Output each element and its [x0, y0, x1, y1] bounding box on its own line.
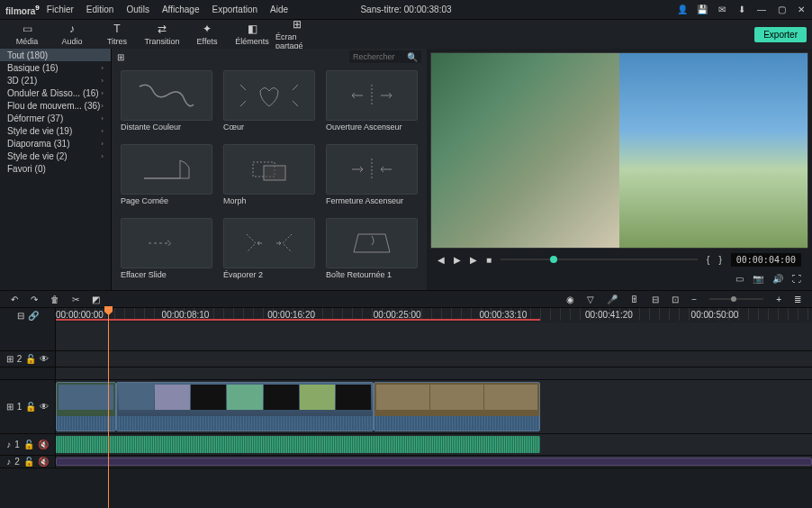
- crop-icon[interactable]: ◩: [92, 295, 100, 304]
- marker-icon[interactable]: ▽: [587, 295, 594, 304]
- menu-edit[interactable]: Edition: [86, 5, 114, 14]
- video-clip[interactable]: [374, 382, 540, 431]
- zoom-out-icon[interactable]: ⊟: [652, 295, 659, 304]
- menu-export[interactable]: Exportation: [212, 5, 257, 14]
- transition-item[interactable]: Page Cornée: [121, 144, 212, 211]
- link-icon[interactable]: 🔗: [28, 311, 39, 321]
- time-ruler[interactable]: 00:00:00:00 00:00:08:10 00:00:16:20 00:0…: [56, 308, 812, 322]
- menu-tools[interactable]: Outils: [126, 5, 149, 14]
- mixer-icon[interactable]: 🎚: [630, 295, 639, 304]
- eye-icon[interactable]: 👁: [40, 402, 49, 412]
- audio-clip[interactable]: [56, 458, 812, 466]
- transition-item[interactable]: Morph: [223, 144, 315, 211]
- quality-icon[interactable]: ▭: [735, 274, 744, 284]
- redo-icon[interactable]: ↷: [31, 295, 38, 304]
- cat-favorite[interactable]: Favori (0): [0, 162, 111, 175]
- undo-icon[interactable]: ↶: [11, 295, 18, 304]
- save-icon[interactable]: 💾: [697, 5, 708, 14]
- audio-clip[interactable]: [56, 436, 540, 453]
- tab-splitscreen[interactable]: ⊞Écran partagé: [275, 21, 319, 48]
- menu-view[interactable]: Affichage: [162, 5, 200, 14]
- audio-icon: ♪: [6, 440, 11, 449]
- tab-media[interactable]: ▭Média: [5, 21, 49, 48]
- preview-viewport[interactable]: [430, 52, 808, 249]
- manage-tracks-icon[interactable]: ≣: [794, 295, 801, 304]
- cat-warp[interactable]: Déformer (37)›: [0, 112, 111, 124]
- lock-icon[interactable]: 🔓: [23, 440, 34, 449]
- close-icon[interactable]: ✕: [796, 5, 807, 14]
- cat-lifestyle2[interactable]: Style de vie (2)›: [0, 150, 111, 162]
- lock-icon[interactable]: 🔓: [25, 354, 36, 364]
- app-logo: filmora9: [5, 4, 40, 16]
- tab-audio[interactable]: ♪Audio: [50, 21, 94, 48]
- snap-icon[interactable]: ⊟: [17, 311, 24, 321]
- render-icon[interactable]: ◉: [566, 295, 574, 304]
- menu-file[interactable]: Fichier: [47, 5, 74, 14]
- transition-item[interactable]: Boîte Retournée 1: [326, 218, 418, 285]
- zoom-fit-icon[interactable]: ⊡: [672, 295, 679, 304]
- mute-icon[interactable]: 🔇: [38, 440, 49, 449]
- message-icon[interactable]: ✉: [717, 5, 727, 14]
- tab-effects[interactable]: ✦Effets: [185, 21, 229, 48]
- delete-icon[interactable]: 🗑: [50, 295, 59, 304]
- cat-all[interactable]: Tout (180): [0, 49, 111, 61]
- playback-slider[interactable]: [501, 259, 698, 260]
- transition-item[interactable]: Ouverture Ascenseur: [326, 70, 418, 137]
- mark-out-icon[interactable]: }: [718, 255, 721, 265]
- cat-lifestyle[interactable]: Style de vie (19)›: [0, 124, 111, 137]
- minimize-icon[interactable]: —: [756, 5, 767, 14]
- track-header[interactable]: ♪ 2 🔓 🔇: [0, 456, 56, 467]
- search-input[interactable]: [353, 52, 407, 61]
- zoom-minus-icon[interactable]: −: [691, 295, 697, 304]
- cat-ripple[interactable]: Onduler & Disso... (16)›: [0, 86, 111, 99]
- title-bar: filmora9 Fichier Edition Outils Affichag…: [0, 0, 812, 20]
- download-icon[interactable]: ⬇: [736, 5, 747, 14]
- transition-item[interactable]: Distante Couleur: [121, 70, 212, 137]
- tab-transition[interactable]: ⇄Transition: [140, 21, 184, 48]
- tab-titles[interactable]: TTitres: [95, 21, 139, 48]
- account-icon[interactable]: 👤: [677, 5, 688, 14]
- timeline: ⊟ 🔗 00:00:00:00 00:00:08:10 00:00:16:20 …: [0, 308, 812, 468]
- cat-3d[interactable]: 3D (21)›: [0, 74, 111, 86]
- record-icon[interactable]: 🎤: [607, 295, 618, 304]
- video-icon: ⊞: [6, 354, 14, 364]
- track-header[interactable]: ♪ 1 🔓 🔇: [0, 434, 56, 455]
- export-button[interactable]: Exporter: [754, 27, 807, 42]
- ruler-head: ⊟ 🔗: [0, 308, 56, 322]
- video-clip[interactable]: [116, 382, 374, 431]
- transition-item[interactable]: Cœur: [223, 70, 315, 137]
- snapshot-icon[interactable]: 📷: [753, 274, 763, 284]
- next-frame-icon[interactable]: ▶: [470, 255, 477, 265]
- search-box[interactable]: 🔍: [349, 50, 421, 63]
- fullscreen-icon[interactable]: ⛶: [792, 274, 801, 284]
- lock-icon[interactable]: 🔓: [25, 402, 36, 412]
- lock-icon[interactable]: 🔓: [23, 457, 34, 467]
- zoom-plus-icon[interactable]: +: [776, 295, 781, 304]
- transition-item[interactable]: Fermeture Ascenseur: [326, 144, 418, 211]
- transition-item[interactable]: Effacer Slide: [121, 218, 212, 285]
- play-icon[interactable]: ▶: [454, 255, 461, 265]
- mark-in-icon[interactable]: {: [707, 255, 709, 265]
- mute-icon[interactable]: 🔇: [38, 457, 49, 467]
- preview-panel: ◀ ▶ ▶ ■ { } 00:00:04:00 ▭ 📷 🔊 ⛶: [427, 49, 812, 290]
- cat-motionblur[interactable]: Flou de mouvem... (36)›: [0, 99, 111, 112]
- zoom-slider[interactable]: [709, 298, 763, 300]
- transition-item[interactable]: Évaporer 2: [223, 218, 315, 285]
- menu-help[interactable]: Aide: [270, 5, 288, 14]
- cat-basic[interactable]: Basique (16)›: [0, 61, 111, 74]
- transition-browser: ⊞ 🔍 Distante Couleur Cœur Ouverture Asce…: [112, 49, 427, 290]
- eye-icon[interactable]: 👁: [40, 354, 49, 364]
- text-icon: T: [113, 23, 120, 35]
- prev-frame-icon[interactable]: ◀: [438, 255, 445, 265]
- track-header[interactable]: ⊞ 2 🔓 👁: [0, 351, 56, 367]
- maximize-icon[interactable]: ▢: [776, 5, 787, 14]
- playhead[interactable]: [108, 306, 109, 508]
- grid-view-icon[interactable]: ⊞: [117, 52, 124, 62]
- stop-icon[interactable]: ■: [486, 255, 492, 265]
- cat-slideshow[interactable]: Diaporama (31)›: [0, 137, 111, 150]
- volume-icon[interactable]: 🔊: [772, 274, 783, 284]
- tab-elements[interactable]: ◧Éléments: [230, 21, 274, 48]
- chevron-right-icon: ›: [101, 64, 104, 72]
- split-icon[interactable]: ✂: [72, 295, 79, 304]
- track-header[interactable]: ⊞ 1 🔓 👁: [0, 380, 56, 433]
